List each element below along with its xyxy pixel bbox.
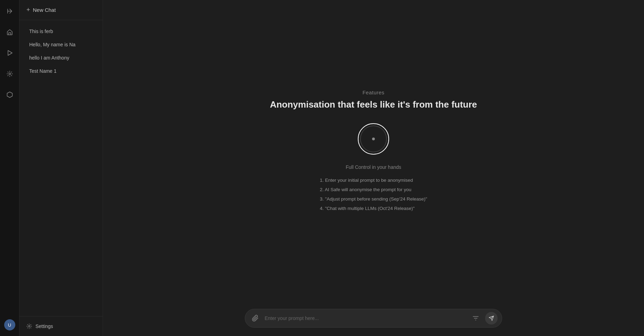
play-icon[interactable] (4, 47, 15, 58)
settings-icon (26, 323, 32, 329)
collapse-icon[interactable] (4, 6, 15, 17)
circle-ring (360, 126, 387, 152)
step-3: 3. "Adjust prompt before sending (Sep'24… (320, 194, 427, 204)
content-area: Features Anonymisation that feels like i… (103, 0, 644, 303)
step-1: 1. Enter your initial prompt to be anony… (320, 175, 427, 185)
svg-point-1 (9, 73, 10, 75)
sidebar-bottom: Settings (19, 316, 103, 336)
plus-icon: + (26, 6, 30, 14)
svg-point-3 (29, 326, 30, 327)
attach-button[interactable] (249, 312, 261, 324)
svg-marker-2 (7, 92, 12, 97)
svg-marker-0 (8, 50, 12, 55)
hexagon-icon[interactable] (4, 89, 15, 100)
step-4: 4. "Chat with multiple LLMs (Oct'24 Rele… (320, 204, 427, 213)
features-title: Anonymisation that feels like it's from … (270, 99, 477, 111)
input-bar (103, 303, 644, 336)
main-content: Features Anonymisation that feels like i… (103, 0, 644, 336)
new-chat-label: New Chat (33, 7, 56, 13)
chat-item[interactable]: hello I am Anthony (22, 52, 100, 64)
icon-rail: U (0, 0, 19, 336)
chat-item[interactable]: This is ferb (22, 25, 100, 38)
sidebar: + New Chat This is ferb Hello, My name i… (19, 0, 103, 336)
circle-icon (358, 123, 389, 155)
chat-list: This is ferb Hello, My name is Na hello … (19, 20, 103, 316)
steps-list: 1. Enter your initial prompt to be anony… (320, 175, 427, 213)
gear-icon[interactable] (4, 68, 15, 79)
features-label: Features (362, 89, 384, 95)
step-2: 2. AI Safe will anonymise the prompt for… (320, 185, 427, 194)
filter-button[interactable] (470, 312, 482, 324)
send-button[interactable] (485, 312, 498, 325)
settings-button[interactable]: Settings (25, 321, 97, 331)
settings-label: Settings (35, 323, 53, 329)
input-container (245, 309, 502, 328)
control-text: Full Control in your hands (346, 164, 401, 170)
new-chat-button[interactable]: + New Chat (19, 0, 103, 20)
home-icon[interactable] (4, 26, 15, 38)
avatar[interactable]: U (4, 319, 15, 330)
chat-item[interactable]: Test Name 1 (22, 65, 100, 77)
prompt-input[interactable] (265, 315, 466, 321)
chat-item[interactable]: Hello, My name is Na (22, 38, 100, 51)
